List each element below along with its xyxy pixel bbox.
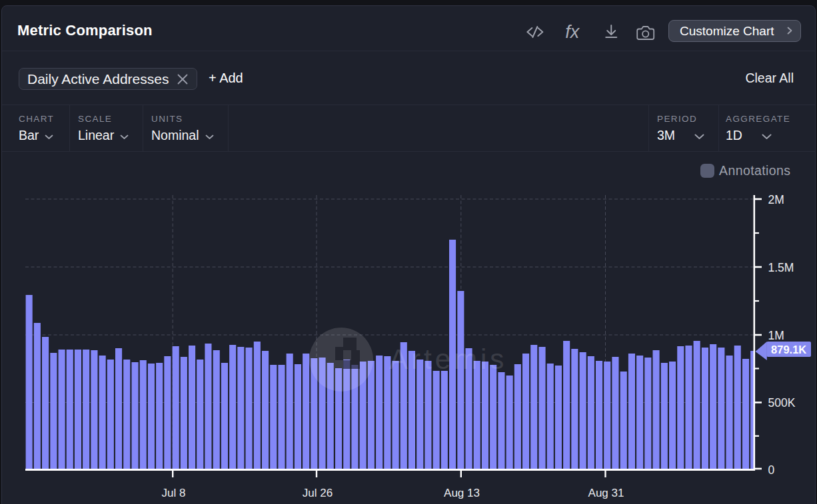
- svg-text:2M: 2M: [768, 193, 784, 206]
- svg-text:0: 0: [768, 463, 775, 477]
- svg-text:Aug 31: Aug 31: [588, 487, 624, 499]
- svg-text:1.5M: 1.5M: [768, 261, 794, 274]
- svg-text:fx: fx: [565, 22, 580, 42]
- svg-text:879.1K: 879.1K: [771, 344, 806, 356]
- svg-text:1M: 1M: [768, 329, 784, 342]
- svg-text:500K: 500K: [768, 396, 796, 409]
- svg-text:Aug 13: Aug 13: [444, 487, 480, 499]
- svg-text:Jul 8: Jul 8: [162, 487, 186, 499]
- svg-text:Jul 26: Jul 26: [303, 487, 333, 499]
- svg-text:Artemis: Artemis: [389, 344, 507, 375]
